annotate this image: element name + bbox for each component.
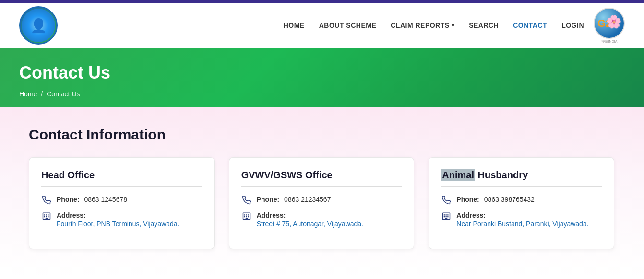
phone-row: Phone: 0863 1245678: [41, 196, 202, 205]
svg-rect-4: [44, 216, 45, 217]
phone-value-3: 0863 398765432: [484, 196, 535, 203]
svg-rect-3: [48, 214, 48, 215]
phone-icon: [41, 196, 52, 205]
g20-logo: G20 🌸 भारत INDIA: [594, 8, 625, 44]
nav-about[interactable]: ABOUT SCHEME: [319, 22, 377, 29]
card-head-office: Head Office Phone: 0863 1245678: [29, 157, 215, 249]
nav-home[interactable]: HOME: [284, 22, 305, 29]
g20-circle: G20 🌸: [594, 8, 625, 39]
nav-claims[interactable]: CLAIM REPORTS ▾: [391, 22, 454, 29]
animal-highlight: Animal: [441, 169, 475, 181]
address-label-3: Address:: [456, 211, 588, 219]
phone-value: 0863 1245678: [84, 196, 127, 203]
svg-rect-15: [245, 218, 248, 220]
claims-dropdown-arrow: ▾: [452, 23, 455, 29]
svg-rect-6: [48, 216, 48, 217]
breadcrumb-home-link[interactable]: Home: [19, 90, 37, 98]
card-head-office-title: Head Office: [41, 170, 202, 181]
card-gvwv-office: GVWV/GSWS Office Phone: 0863 21234567: [229, 157, 415, 249]
main-content: Contact Information Head Office Phone: 0…: [0, 107, 644, 275]
nav-login[interactable]: LOGIN: [561, 22, 584, 29]
card-animal-title: Animal Husbandry: [441, 170, 602, 181]
breadcrumb: Home / Contact Us: [19, 90, 625, 98]
svg-rect-20: [444, 216, 445, 217]
svg-rect-17: [444, 214, 445, 215]
building-icon-3: [441, 212, 452, 221]
svg-rect-22: [448, 216, 449, 217]
svg-rect-5: [46, 216, 47, 217]
svg-rect-1: [44, 214, 45, 215]
nav-contact[interactable]: CONTACT: [513, 22, 547, 29]
card-divider-3: [441, 186, 602, 187]
svg-rect-12: [244, 216, 245, 217]
phone-value-2: 0863 21234567: [284, 196, 331, 203]
building-icon-2: [241, 212, 252, 221]
address-label: Address:: [57, 211, 179, 219]
phone-label-3: Phone:: [456, 196, 479, 203]
site-logo: 👤: [19, 6, 58, 45]
svg-rect-19: [448, 214, 449, 215]
page-banner: Contact Us Home / Contact Us: [0, 48, 644, 107]
card-divider: [41, 186, 202, 187]
phone-label: Phone:: [57, 196, 79, 203]
address-value: Fourth Floor, PNB Terminus, Vijayawada.: [57, 220, 179, 228]
building-icon: [41, 212, 52, 221]
card-divider-2: [241, 186, 402, 187]
phone-icon-2: [241, 196, 252, 205]
logo-area: 👤: [19, 6, 58, 45]
nav-search[interactable]: SEARCH: [469, 22, 499, 29]
svg-rect-9: [244, 214, 245, 215]
svg-rect-23: [445, 218, 448, 220]
svg-rect-13: [246, 216, 247, 217]
phone-row-3: Phone: 0863 398765432: [441, 196, 602, 205]
address-row: Address: Fourth Floor, PNB Terminus, Vij…: [41, 211, 202, 228]
svg-rect-14: [248, 216, 249, 217]
phone-row-2: Phone: 0863 21234567: [241, 196, 402, 205]
phone-label-2: Phone:: [257, 196, 279, 203]
address-label-2: Address:: [257, 211, 363, 219]
address-row-3: Address: Near Poranki Bustand, Paranki, …: [441, 211, 602, 228]
section-title: Contact Information: [29, 127, 615, 143]
svg-rect-7: [46, 218, 48, 220]
header: 👤 HOME ABOUT SCHEME CLAIM REPORTS ▾ SEAR…: [0, 3, 644, 48]
card-gvwv-title: GVWV/GSWS Office: [241, 170, 402, 181]
address-value-3: Near Poranki Bustand, Paranki, Vijayawad…: [456, 220, 588, 228]
svg-rect-10: [246, 214, 247, 215]
page-title: Contact Us: [19, 63, 625, 83]
cards-grid: Head Office Phone: 0863 1245678: [29, 157, 614, 249]
main-nav: HOME ABOUT SCHEME CLAIM REPORTS ▾ SEARCH…: [284, 22, 584, 29]
address-value-2: Street # 75, Autonagar, Vijayawada.: [257, 220, 363, 228]
svg-rect-2: [46, 214, 47, 215]
card-animal-husbandry: Animal Husbandry Phone: 0863 398765432: [429, 157, 614, 249]
breadcrumb-current: Contact Us: [47, 90, 80, 98]
svg-rect-21: [446, 216, 447, 217]
svg-rect-11: [248, 214, 249, 215]
address-row-2: Address: Street # 75, Autonagar, Vijayaw…: [241, 211, 402, 228]
phone-icon-3: [441, 196, 452, 205]
svg-rect-18: [446, 214, 447, 215]
breadcrumb-separator: /: [41, 90, 43, 98]
